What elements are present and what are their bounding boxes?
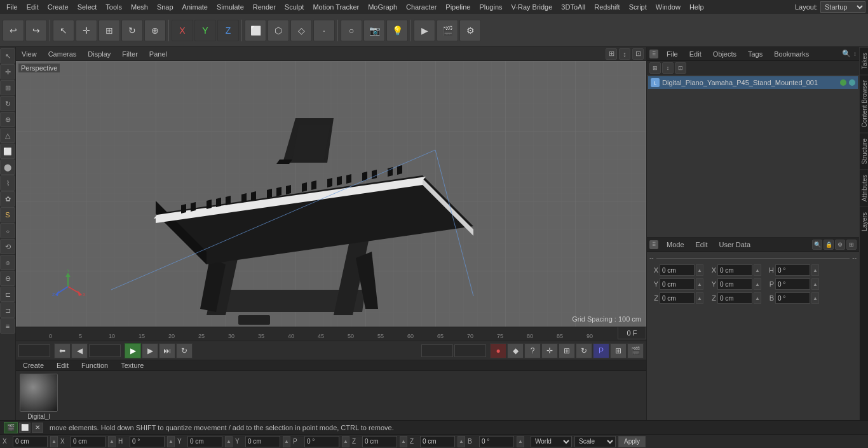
cb-x2-arrow[interactable]: ▲ bbox=[108, 436, 116, 447]
attr-edit-menu[interactable]: Edit bbox=[693, 240, 711, 250]
coord-y-arrow[interactable]: ▲ bbox=[696, 278, 703, 290]
menu-mesh[interactable]: Mesh bbox=[127, 2, 152, 12]
camera-btn[interactable]: 📷 bbox=[363, 20, 385, 41]
step-forward-btn[interactable]: ▶ bbox=[142, 343, 158, 358]
material-create[interactable]: Create bbox=[20, 360, 47, 370]
cb-h-arrow[interactable]: ▲ bbox=[167, 436, 175, 447]
coord-b-arrow[interactable]: ▲ bbox=[811, 292, 819, 304]
attr-expand-icon[interactable]: ⊞ bbox=[846, 240, 857, 250]
polygon-mode-btn[interactable]: ⬡ bbox=[268, 20, 289, 41]
left-move-tool[interactable]: ✛ bbox=[0, 64, 15, 79]
status-close-btn[interactable]: ✕ bbox=[32, 423, 43, 433]
attr-settings-icon[interactable]: ⚙ bbox=[835, 240, 845, 250]
move-tool[interactable]: ✛ bbox=[76, 20, 97, 41]
y-axis-btn[interactable]: Y bbox=[194, 20, 216, 41]
menu-character[interactable]: Character bbox=[402, 2, 440, 12]
menu-tools[interactable]: Tools bbox=[102, 2, 126, 12]
attr-mode-menu[interactable]: Mode bbox=[663, 240, 688, 250]
menu-create[interactable]: Create bbox=[44, 2, 72, 12]
left-tool-13[interactable]: ⟲ bbox=[0, 239, 15, 254]
coord-x-pos-arrow[interactable]: ▲ bbox=[696, 264, 703, 276]
layout-dropdown[interactable]: Startup Standard bbox=[820, 1, 865, 13]
select-tool[interactable]: ↖ bbox=[53, 20, 74, 41]
obj-tags-menu[interactable]: Tags bbox=[745, 49, 766, 59]
viewport-icon-1[interactable]: ⊞ bbox=[606, 48, 617, 60]
transform-track-btn[interactable]: ✛ bbox=[541, 343, 558, 358]
menu-redshift[interactable]: Redshift bbox=[590, 2, 623, 12]
undo-button[interactable]: ↩ bbox=[3, 20, 24, 41]
left-rotate-tool[interactable]: ↻ bbox=[0, 96, 15, 111]
start-frame-input[interactable]: 0 F bbox=[18, 344, 50, 357]
menu-motion-tracker[interactable]: Motion Tracker bbox=[309, 2, 363, 12]
left-tool-10[interactable]: ✿ bbox=[0, 191, 15, 207]
tab-structure[interactable]: Structure bbox=[860, 133, 868, 170]
redo-button[interactable]: ↪ bbox=[25, 20, 47, 41]
object-mode-btn[interactable]: ⬜ bbox=[245, 20, 266, 41]
help-btn[interactable]: ? bbox=[524, 343, 541, 358]
viewport-menu-view[interactable]: View bbox=[18, 49, 40, 59]
viewport-menu-panel[interactable]: Panel bbox=[146, 49, 170, 59]
menu-select[interactable]: Select bbox=[74, 2, 101, 12]
bbox-btn[interactable]: ⊞ bbox=[559, 343, 575, 358]
cb-b-arrow[interactable]: ▲ bbox=[517, 436, 524, 447]
current-frame-input[interactable]: 0 F bbox=[89, 344, 121, 357]
transform-tool[interactable]: ⊕ bbox=[144, 20, 166, 41]
viewport-menu-display[interactable]: Display bbox=[85, 49, 114, 59]
light-btn[interactable]: 💡 bbox=[386, 20, 408, 41]
menu-3dtoall[interactable]: 3DToAll bbox=[557, 2, 589, 12]
x-axis-btn[interactable]: X bbox=[172, 20, 193, 41]
object-row-piano[interactable]: L Digital_Piano_Yamaha_P45_Stand_Mounted… bbox=[648, 76, 858, 89]
left-tool-15[interactable]: ⊖ bbox=[0, 271, 15, 286]
viewport-menu-filter[interactable]: Filter bbox=[119, 49, 140, 59]
cb-y-arrow[interactable]: ▲ bbox=[225, 436, 233, 447]
obj-toolbar-1[interactable]: ⊞ bbox=[649, 62, 661, 74]
menu-window[interactable]: Window bbox=[652, 2, 684, 12]
left-tool-12[interactable]: ⬦ bbox=[0, 223, 15, 238]
menu-file[interactable]: File bbox=[3, 2, 22, 12]
material-thumb-1[interactable] bbox=[20, 374, 58, 412]
left-tool-17[interactable]: ⊐ bbox=[0, 302, 15, 318]
material-texture[interactable]: Texture bbox=[118, 360, 147, 370]
render-preview-btn[interactable]: ▶ bbox=[414, 20, 435, 41]
tab-layers[interactable]: Layers bbox=[860, 207, 868, 236]
null-btn[interactable]: ○ bbox=[341, 20, 362, 41]
left-tool-7[interactable]: ⬜ bbox=[0, 144, 15, 159]
motion-btn[interactable]: ↻ bbox=[576, 343, 592, 358]
edge-mode-btn[interactable]: ◇ bbox=[290, 20, 312, 41]
obj-sort-btn[interactable]: ↕ bbox=[853, 50, 857, 57]
cb-z-arrow[interactable]: ▲ bbox=[400, 436, 407, 447]
cb-z2-arrow[interactable]: ▲ bbox=[458, 436, 465, 447]
left-tool-6[interactable]: △ bbox=[0, 128, 15, 143]
attr-userdata-menu[interactable]: User Data bbox=[716, 240, 754, 250]
status-icon-cinema[interactable]: 🎬 bbox=[4, 422, 18, 433]
menu-edit[interactable]: Edit bbox=[23, 2, 43, 12]
material-function[interactable]: Function bbox=[78, 360, 111, 370]
grid-btn[interactable]: ⊞ bbox=[610, 343, 627, 358]
left-tool-8[interactable]: ⬤ bbox=[0, 160, 15, 175]
menu-snap[interactable]: Snap bbox=[153, 2, 177, 12]
render-settings-btn[interactable]: ⚙ bbox=[459, 20, 481, 41]
scale-dropdown[interactable]: Scale Size bbox=[574, 436, 616, 447]
left-select-tool[interactable]: ↖ bbox=[0, 48, 15, 64]
cb-y2-arrow[interactable]: ▲ bbox=[283, 436, 290, 447]
menu-mograph[interactable]: MoGraph bbox=[364, 2, 401, 12]
viewport-menu-cameras[interactable]: Cameras bbox=[45, 49, 80, 59]
viewport-icon-2[interactable]: ↕ bbox=[619, 48, 630, 60]
menu-help[interactable]: Help bbox=[686, 2, 708, 12]
viewport-icon-3[interactable]: ⊡ bbox=[632, 48, 644, 60]
menu-vray[interactable]: V-Ray Bridge bbox=[508, 2, 557, 12]
timeline-ruler[interactable]: 0 5 10 15 20 25 30 35 40 45 50 55 60 65 bbox=[16, 327, 646, 341]
obj-toolbar-2[interactable]: ↕ bbox=[662, 62, 674, 74]
apply-button[interactable]: Apply bbox=[618, 436, 646, 447]
loop-btn[interactable]: ↻ bbox=[176, 343, 193, 358]
left-tool-16[interactable]: ⊏ bbox=[0, 287, 15, 302]
coord-p-arrow[interactable]: ▲ bbox=[811, 278, 819, 290]
preview-end-input[interactable]: 90 F bbox=[454, 344, 486, 357]
prev-frame-btn[interactable]: ⬅ bbox=[54, 343, 71, 358]
cb-x-arrow[interactable]: ▲ bbox=[50, 436, 58, 447]
menu-script[interactable]: Script bbox=[625, 2, 651, 12]
frame-display-input[interactable] bbox=[618, 327, 646, 339]
coord-y2-arrow[interactable]: ▲ bbox=[754, 278, 761, 290]
menu-plugins[interactable]: Plugins bbox=[475, 2, 506, 12]
world-dropdown[interactable]: World Object bbox=[531, 436, 572, 447]
